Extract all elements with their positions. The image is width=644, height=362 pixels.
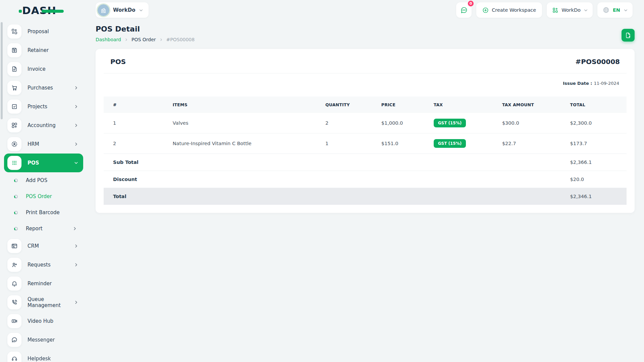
- table-row: 2Nature-Inspired Vitamin C Bottle1$151.0…: [104, 133, 627, 154]
- cell-total: $173.7: [561, 133, 627, 154]
- sidebar-item-label: Invoice: [28, 66, 78, 72]
- cell-quantity: 2: [316, 113, 372, 133]
- sidebar-item-pos-order[interactable]: POS Order: [4, 188, 83, 204]
- summary-label: Discount: [104, 171, 561, 188]
- main-content: POS Detail DashboardPOS Order#POS00008 P…: [87, 20, 644, 213]
- summary-value: $2,346.1: [561, 188, 627, 205]
- chevron-right-icon: [124, 38, 128, 42]
- invoice-icon: [7, 62, 21, 76]
- column-header-: #: [104, 97, 163, 113]
- card-title: POS: [110, 58, 126, 66]
- table-body: 1Valves2$1,000.0GST (15%)$300.0$2,300.02…: [104, 113, 627, 205]
- messages-count-badge: 0: [467, 0, 474, 7]
- sidebar-item-label: POS Order: [26, 193, 78, 199]
- sidebar-item-crm[interactable]: CRM: [4, 237, 83, 255]
- sidebar-item-label: Video Hub: [28, 318, 78, 324]
- sidebar-item-retainer[interactable]: Retainer: [4, 41, 83, 60]
- summary-row-total: Total$2,346.1: [104, 188, 627, 205]
- sidebar-item-label: Projects: [28, 104, 74, 110]
- grid-plus-icon: [552, 7, 558, 13]
- sidebar-item-purchases[interactable]: Purchases: [4, 78, 83, 97]
- chevron-down-icon: [624, 8, 628, 12]
- bullet-icon: [14, 179, 18, 182]
- workspace-selector[interactable]: WorkDo: [96, 2, 149, 18]
- messages-button[interactable]: 0: [456, 2, 472, 18]
- globe-icon: [603, 7, 609, 13]
- cell-price: $1,000.0: [372, 113, 424, 133]
- purchases-icon: [7, 81, 21, 95]
- summary-row-discount: Discount$20.0: [104, 171, 627, 188]
- sidebar-item-accounting[interactable]: Accounting: [4, 116, 83, 135]
- issue-date-row: Issue Date : 11-09-2024: [104, 73, 627, 86]
- cell-tax: GST (15%): [424, 133, 493, 154]
- sidebar-item-label: Helpdesk: [28, 356, 78, 362]
- cell-quantity: 1: [316, 133, 372, 154]
- helpdesk-icon: [7, 352, 21, 362]
- language-selector[interactable]: EN: [597, 2, 633, 18]
- sidebar-item-invoice[interactable]: Invoice: [4, 60, 83, 78]
- sidebar-item-label: POS: [28, 160, 74, 166]
- sidebar-item-label: Print Barcode: [26, 209, 78, 216]
- create-workspace-button[interactable]: Create Workspace: [476, 2, 542, 18]
- sidebar-item-messenger[interactable]: Messenger: [4, 330, 83, 349]
- sidebar-item-hrm[interactable]: HRM: [4, 135, 83, 154]
- sidebar-item-pos[interactable]: POS: [4, 154, 83, 172]
- breadcrumb-pos-order: POS Order: [131, 37, 156, 42]
- sidebar-item-video-hub[interactable]: Video Hub: [4, 312, 83, 330]
- column-header-total: TOTAL: [561, 97, 627, 113]
- topbar: WorkDo 0 Create Workspace WorkDo EN: [87, 0, 644, 20]
- cell-total: $2,300.0: [561, 113, 627, 133]
- plus-circle-icon: [482, 7, 489, 13]
- chevron-right-icon: [74, 244, 78, 248]
- table-row: 1Valves2$1,000.0GST (15%)$300.0$2,300.0: [104, 113, 627, 133]
- tax-badge: GST (15%): [434, 119, 466, 127]
- workdo-menu-button[interactable]: WorkDo: [547, 2, 593, 18]
- brand-logo[interactable]: DASH: [0, 0, 87, 21]
- chevron-right-icon: [74, 300, 78, 305]
- column-header-items: ITEMS: [163, 97, 316, 113]
- column-header-tax: TAX: [424, 97, 493, 113]
- sidebar-item-helpdesk[interactable]: Helpdesk: [4, 349, 83, 362]
- retainer-icon: [7, 43, 21, 57]
- tax-badge: GST (15%): [434, 139, 466, 148]
- pos-icon: [7, 156, 21, 170]
- chevron-right-icon: [159, 38, 163, 42]
- cell-index: 1: [104, 113, 163, 133]
- cell-tax-amount: $300.0: [493, 113, 561, 133]
- proposal-icon: [7, 24, 21, 39]
- sidebar-item-requests[interactable]: Requests: [4, 255, 83, 274]
- breadcrumb: DashboardPOS Order#POS00008: [96, 37, 195, 42]
- column-header-price: PRICE: [372, 97, 424, 113]
- sidebar-item-reminder[interactable]: Reminder: [4, 274, 83, 293]
- chevron-down-icon: [139, 8, 143, 12]
- sidebar-item-proposal[interactable]: Proposal: [4, 22, 83, 41]
- sidebar-item-report[interactable]: Report: [4, 221, 83, 237]
- bullet-icon: [14, 195, 18, 198]
- summary-value: $20.0: [561, 171, 627, 188]
- sidebar-item-label: CRM: [28, 243, 74, 249]
- cell-tax-amount: $22.7: [493, 133, 561, 154]
- duplicate-pos-button[interactable]: [622, 29, 635, 42]
- cell-tax: GST (15%): [424, 113, 493, 133]
- bullet-icon: [14, 211, 18, 215]
- pos-number: #POS00008: [576, 58, 620, 66]
- sidebar-item-label: Requests: [28, 262, 74, 268]
- logo-dot-icon: [19, 10, 22, 13]
- page-title: POS Detail: [96, 25, 195, 33]
- cell-item: Nature-Inspired Vitamin C Bottle: [163, 133, 316, 154]
- sidebar-scrollbar[interactable]: [1, 22, 3, 119]
- chat-icon: [460, 6, 468, 14]
- sidebar-item-print-barcode[interactable]: Print Barcode: [4, 204, 83, 221]
- sidebar-item-queue-management[interactable]: Queue Management: [4, 293, 83, 312]
- sidebar-item-add-pos[interactable]: Add POS: [4, 172, 83, 188]
- video-hub-icon: [7, 314, 21, 328]
- summary-row-sub-total: Sub Total$2,366.1: [104, 154, 627, 171]
- workspace-avatar: [98, 4, 109, 16]
- messenger-icon: [7, 333, 21, 347]
- reminder-icon: [7, 277, 21, 291]
- summary-label: Sub Total: [104, 154, 561, 171]
- building-icon: [100, 7, 107, 13]
- issue-date-label: Issue Date :: [563, 81, 592, 86]
- breadcrumb-dashboard[interactable]: Dashboard: [96, 37, 121, 42]
- sidebar-item-projects[interactable]: Projects: [4, 97, 83, 116]
